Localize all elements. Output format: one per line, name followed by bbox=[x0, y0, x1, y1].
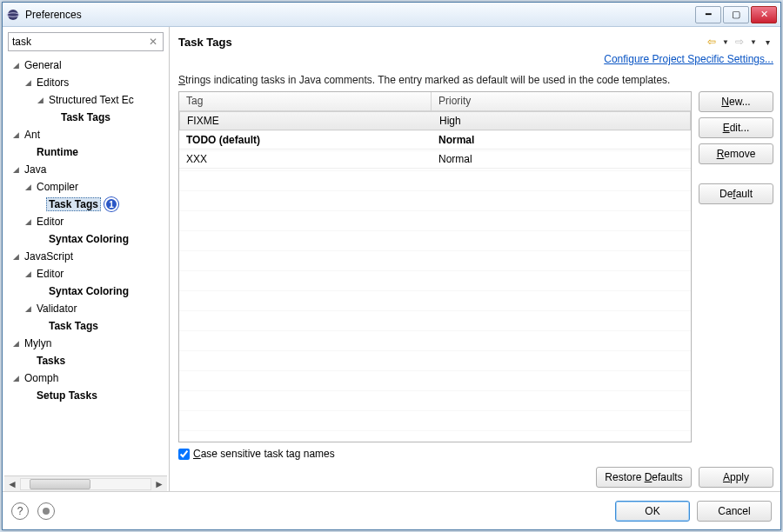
tree-syntax-coloring-js[interactable]: Syntax Coloring bbox=[6, 283, 167, 300]
filter-search: ✕ bbox=[8, 32, 164, 51]
main-panel: Task Tags ⇦ ▼ ⇨ ▼ ▾ Configure Project Sp… bbox=[170, 27, 780, 491]
tree-java-editor[interactable]: ◢Editor bbox=[6, 213, 167, 230]
tree-setup-tasks[interactable]: Setup Tasks bbox=[6, 387, 167, 404]
window-buttons: ━ ▢ ✕ bbox=[695, 6, 777, 23]
page-description: Strings indicating tasks in Java comment… bbox=[178, 74, 773, 86]
tree-oomph[interactable]: ◢Oomph bbox=[6, 369, 167, 387]
task-tags-table[interactable]: Tag Priority FIXME High TODO (default) N… bbox=[178, 91, 692, 442]
preferences-tree[interactable]: ◢General ◢Editors ◢Structured Text Ec Ta… bbox=[4, 57, 167, 475]
scroll-track[interactable] bbox=[20, 478, 151, 490]
tree-javascript[interactable]: ◢JavaScript bbox=[6, 248, 167, 265]
default-button[interactable]: Default bbox=[699, 183, 773, 204]
tree-syntax-coloring-java[interactable]: Syntax Coloring bbox=[6, 230, 167, 248]
col-tag[interactable]: Tag bbox=[179, 92, 432, 110]
apply-button[interactable]: Apply bbox=[699, 467, 773, 488]
table-row[interactable]: FIXME High bbox=[179, 111, 691, 130]
tree-java[interactable]: ◢Java bbox=[6, 161, 167, 178]
sidebar: ✕ ◢General ◢Editors ◢Structured Text Ec … bbox=[3, 27, 170, 491]
titlebar[interactable]: Preferences ━ ▢ ✕ bbox=[3, 3, 780, 27]
scroll-thumb[interactable] bbox=[30, 479, 90, 489]
tree-compiler[interactable]: ◢Compiler bbox=[6, 178, 167, 196]
main-header: Task Tags ⇦ ▼ ⇨ ▼ ▾ bbox=[178, 32, 773, 51]
case-sensitive-checkbox[interactable] bbox=[178, 449, 190, 460]
close-button[interactable]: ✕ bbox=[751, 6, 777, 23]
case-sensitive-row: Case sensitive task tag names bbox=[178, 448, 773, 460]
maximize-button[interactable]: ▢ bbox=[723, 6, 749, 23]
tree-structured-text[interactable]: ◢Structured Text Ec bbox=[6, 91, 167, 109]
forward-dropdown-icon[interactable]: ▼ bbox=[747, 36, 760, 48]
link-row: Configure Project Specific Settings... bbox=[178, 53, 773, 65]
table-header: Tag Priority bbox=[179, 92, 691, 111]
col-priority[interactable]: Priority bbox=[432, 92, 691, 110]
scroll-right-icon[interactable]: ► bbox=[151, 478, 167, 490]
tree-task-tags-js[interactable]: Task Tags bbox=[6, 317, 167, 335]
tree-mylyn[interactable]: ◢Mylyn bbox=[6, 335, 167, 352]
tree-general[interactable]: ◢General bbox=[6, 57, 167, 74]
new-button[interactable]: New... bbox=[699, 91, 773, 112]
clear-icon[interactable]: ✕ bbox=[146, 35, 160, 49]
table-row[interactable]: XXX Normal bbox=[179, 150, 691, 169]
back-dropdown-icon[interactable]: ▼ bbox=[719, 36, 732, 48]
tree-validator[interactable]: ◢Validator bbox=[6, 300, 167, 317]
table-row[interactable]: TODO (default) Normal bbox=[179, 130, 691, 150]
menu-icon[interactable]: ▾ bbox=[761, 36, 773, 48]
svg-point-0 bbox=[8, 10, 18, 20]
table-wrap: Tag Priority FIXME High TODO (default) N… bbox=[178, 91, 773, 442]
minimize-button[interactable]: ━ bbox=[695, 6, 721, 23]
filter-input[interactable] bbox=[8, 32, 164, 51]
help-icon[interactable]: ? bbox=[11, 502, 29, 520]
preferences-window: Preferences ━ ▢ ✕ ✕ ◢General ◢Editors ◢S… bbox=[2, 2, 781, 530]
body: ✕ ◢General ◢Editors ◢Structured Text Ec … bbox=[3, 27, 780, 491]
ok-button[interactable]: OK bbox=[615, 501, 690, 522]
tree-runtime[interactable]: Runtime bbox=[6, 143, 167, 161]
nav-icons: ⇦ ▼ ⇨ ▼ ▾ bbox=[706, 36, 773, 48]
tree-task-tags-java[interactable]: Task Tags1 bbox=[6, 196, 167, 213]
table-body: FIXME High TODO (default) Normal XXX Nor… bbox=[179, 111, 691, 442]
forward-icon[interactable]: ⇨ bbox=[733, 36, 746, 48]
page-title: Task Tags bbox=[178, 36, 706, 49]
scroll-left-icon[interactable]: ◄ bbox=[4, 478, 20, 490]
window-title: Preferences bbox=[25, 9, 695, 21]
tree-editors[interactable]: ◢Editors bbox=[6, 74, 167, 91]
button-column: New... Edit... Remove Default bbox=[699, 91, 773, 442]
tree-tasks[interactable]: Tasks bbox=[6, 352, 167, 369]
tree-task-tags-general[interactable]: Task Tags bbox=[6, 109, 167, 126]
restore-defaults-button[interactable]: Restore Defaults bbox=[596, 467, 692, 488]
tree-js-editor[interactable]: ◢Editor bbox=[6, 265, 167, 283]
case-sensitive-label: Case sensitive task tag names bbox=[193, 448, 335, 460]
edit-button[interactable]: Edit... bbox=[699, 117, 773, 138]
back-icon[interactable]: ⇦ bbox=[706, 36, 718, 48]
action-row: Restore Defaults Apply bbox=[178, 467, 773, 488]
progress-icon[interactable] bbox=[37, 502, 55, 520]
footer: ? OK Cancel bbox=[3, 491, 780, 529]
remove-button[interactable]: Remove bbox=[699, 143, 773, 164]
cancel-button[interactable]: Cancel bbox=[697, 501, 772, 522]
configure-project-link[interactable]: Configure Project Specific Settings... bbox=[604, 53, 773, 65]
tree-ant[interactable]: ◢Ant bbox=[6, 126, 167, 143]
sidebar-scrollbar[interactable]: ◄ ► bbox=[4, 475, 167, 491]
eclipse-icon bbox=[6, 8, 20, 22]
annotation-badge: 1 bbox=[104, 197, 118, 211]
